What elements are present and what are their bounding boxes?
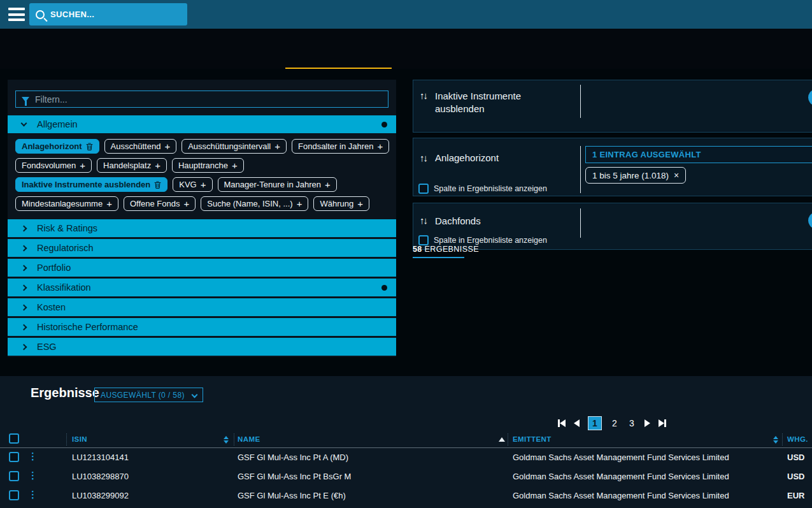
filter-chip-w-hrung[interactable]: Währung+	[313, 196, 369, 211]
filter-chip-haupttranche[interactable]: Haupttranche+	[172, 158, 244, 173]
sort-icon[interactable]: ↑↓	[420, 152, 427, 163]
sort-icon[interactable]: ↑↓	[420, 215, 427, 226]
next-page-button[interactable]	[645, 419, 650, 427]
filter-card-anlagehorizont: ↑↓ Anlagehorizont 1 EINTRAG AUSGEWÄHLT 1…	[413, 138, 812, 196]
selection-dropdown[interactable]: AUSGEWÄHLT (0 / 58)	[94, 388, 203, 402]
column-header-whg[interactable]: WHG.	[787, 435, 808, 443]
menu-icon[interactable]	[8, 8, 25, 21]
column-header-isin[interactable]: ISIN	[72, 435, 87, 443]
column-header-emittent[interactable]: EMITTENT	[513, 435, 552, 443]
cell-whg: EUR	[787, 491, 804, 500]
selection-summary-field[interactable]: 1 EINTRAG AUSGEWÄHLT	[585, 146, 812, 163]
sort-icon-emittent[interactable]	[773, 436, 778, 444]
cell-isin: LU1038299092	[72, 491, 129, 500]
row-checkbox[interactable]	[9, 471, 19, 481]
search-input[interactable]	[50, 10, 181, 19]
chip-label: Anlagehorizont	[22, 142, 82, 151]
sort-ascending-icon[interactable]	[499, 437, 505, 442]
section-label: Allgemein	[37, 119, 78, 129]
chip-label: Manager-Tenure in Jahren	[224, 180, 321, 189]
previous-page-button[interactable]	[574, 419, 580, 427]
plus-icon: +	[80, 161, 85, 170]
plus-icon: +	[164, 142, 170, 151]
chip-label: Ausschüttend	[111, 142, 161, 151]
filter-chip-anlagehorizont[interactable]: Anlagehorizont	[15, 139, 99, 154]
row-checkbox[interactable]	[9, 452, 19, 462]
show-column-row: Spalte in Ergebnisliste anzeigen	[418, 184, 547, 194]
main-area: Allgemein AnlagehorizontAusschüttend+Aus…	[0, 69, 812, 376]
section-label: Klassifikation	[37, 282, 91, 293]
chevron-right-icon	[21, 304, 27, 310]
row-checkbox[interactable]	[9, 490, 19, 500]
sort-icon[interactable]: ↑↓	[420, 90, 427, 101]
last-page-button[interactable]	[659, 419, 666, 427]
plus-icon: +	[201, 180, 206, 189]
filter-chip-fondsalter-in-jahren[interactable]: Fondsalter in Jahren+	[292, 139, 389, 154]
section-label: Historische Performance	[37, 322, 138, 332]
page-header: Fonds-Screener MEIN FONDS-SCREEN DACHFON…	[0, 29, 812, 69]
page-button-3[interactable]: 3	[627, 418, 636, 428]
section-kosten[interactable]: Kosten	[8, 298, 396, 316]
chip-label: Mindestanlagesumme	[22, 199, 103, 208]
cell-emittent: Goldman Sachs Asset Management Fund Serv…	[513, 453, 729, 462]
filter-chip-inaktive-instrumente-ausblenden[interactable]: Inaktive Instrumente ausblenden	[15, 177, 167, 192]
filter-chip-handelsplatz[interactable]: Handelsplatz+	[97, 158, 167, 173]
filter-chip-kvg[interactable]: KVG+	[173, 177, 212, 192]
show-column-checkbox[interactable]	[418, 184, 429, 194]
results-title: Ergebnisse	[31, 386, 99, 400]
active-filter-indicator	[381, 285, 387, 291]
filter-chip-mindestanlagesumme[interactable]: Mindestanlagesumme+	[15, 196, 118, 211]
sort-icon-isin[interactable]	[224, 436, 229, 444]
row-menu-icon[interactable]: ⋮	[28, 489, 38, 500]
cell-isin: LU1038298870	[72, 472, 129, 481]
first-page-button[interactable]	[558, 419, 566, 427]
show-column-checkbox[interactable]	[418, 235, 429, 245]
column-header-name[interactable]: NAME	[238, 435, 260, 443]
close-icon[interactable]: ×	[674, 170, 679, 180]
toggle-switch[interactable]	[808, 89, 812, 106]
filter-chip-aussch-ttungsintervall[interactable]: Ausschüttungsintervall+	[182, 139, 287, 154]
section-klassifikation[interactable]: Klassifikation	[8, 279, 396, 296]
global-search[interactable]	[29, 3, 187, 25]
divider	[580, 146, 581, 193]
table-body: ⋮LU1213104141GSF Gl Mul-Ass Inc Pt A (MD…	[0, 448, 812, 505]
section-risk-ratings[interactable]: Risk & Ratings	[8, 219, 396, 237]
section-esg[interactable]: ESG	[8, 338, 396, 356]
section-allgemein[interactable]: Allgemein	[8, 115, 396, 133]
plus-icon: +	[325, 180, 331, 189]
page-button-2[interactable]: 2	[610, 418, 619, 428]
table-row: ⋮LU1038298870GSF Gl Mul-Ass Inc Pt BsGr …	[0, 467, 812, 486]
filter-chip-suche-name-isin[interactable]: Suche (Name, ISIN, ...)+	[201, 196, 308, 211]
row-menu-icon[interactable]: ⋮	[28, 451, 38, 462]
chevron-right-icon	[21, 324, 27, 330]
cell-emittent: Goldman Sachs Asset Management Fund Serv…	[513, 491, 729, 500]
filter-chip-manager-tenure-in-jahren[interactable]: Manager-Tenure in Jahren+	[218, 177, 337, 192]
row-menu-icon[interactable]: ⋮	[28, 470, 38, 481]
chevron-right-icon	[21, 245, 27, 251]
trash-icon	[86, 143, 93, 150]
plus-icon: +	[378, 142, 383, 151]
toggle-switch[interactable]	[808, 212, 812, 229]
chevron-right-icon	[21, 265, 27, 271]
section-portfolio[interactable]: Portfolio	[8, 259, 396, 277]
section-regulatorisch[interactable]: Regulatorisch	[8, 239, 396, 257]
filter-chip-offene-fonds[interactable]: Offene Fonds+	[124, 196, 196, 211]
filter-chip-aussch-ttend[interactable]: Ausschüttend+	[104, 139, 177, 154]
filter-input[interactable]	[35, 94, 382, 105]
filter-chip-fondsvolumen[interactable]: Fondsvolumen+	[15, 158, 92, 173]
page-button-1[interactable]: 1	[588, 416, 602, 430]
chevron-right-icon	[21, 225, 27, 231]
filter-card-label: Inaktive Instrumente ausblenden	[435, 90, 556, 116]
select-all-checkbox[interactable]	[9, 433, 19, 444]
chevron-right-icon	[21, 284, 27, 291]
plus-icon: +	[184, 199, 190, 208]
selection-dropdown-label: AUSGEWÄHLT (0 / 58)	[101, 391, 185, 400]
section-label: Risk & Ratings	[37, 223, 97, 233]
chip-label: Ausschüttungsintervall	[188, 142, 271, 151]
selected-value-chip[interactable]: 1 bis 5 jahre (1.018) ×	[585, 167, 686, 184]
section-historische-performance[interactable]: Historische Performance	[8, 318, 396, 336]
cell-name: GSF Gl Mul-Ass Inc Pt E (€h)	[238, 491, 346, 500]
filter-search[interactable]	[15, 91, 388, 108]
cell-name: GSF Gl Mul-Ass Inc Pt BsGr M	[238, 472, 351, 481]
cell-name: GSF Gl Mul-Ass Inc Pt A (MD)	[238, 453, 348, 462]
